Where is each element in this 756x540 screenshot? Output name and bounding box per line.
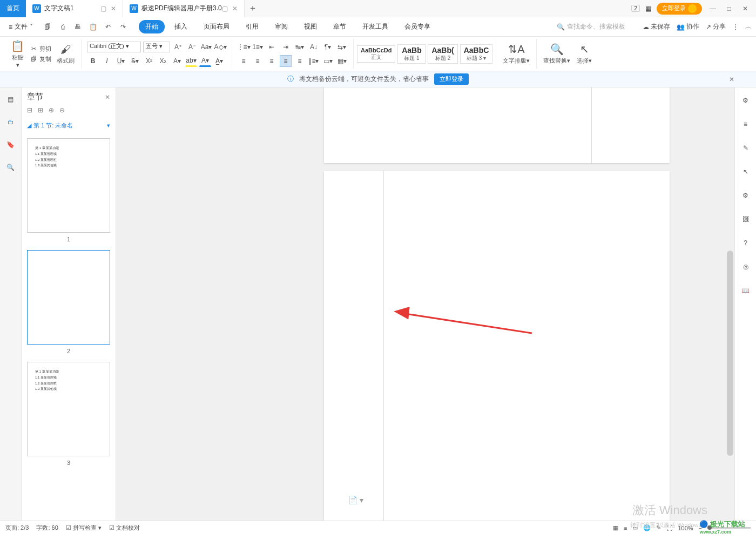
underline-icon[interactable]: U▾: [115, 55, 127, 67]
collapse-pane-icon[interactable]: ≡: [739, 118, 752, 131]
book-pane-icon[interactable]: 📖: [739, 284, 752, 297]
change-case-icon[interactable]: Aa▾: [200, 41, 212, 53]
section-heading[interactable]: ◢ 第 1 节: 未命名▾: [22, 118, 116, 133]
numbering-icon[interactable]: 1≡▾: [252, 41, 264, 53]
sort-icon[interactable]: A↓: [308, 41, 320, 53]
strike-icon[interactable]: S̶▾: [129, 55, 141, 67]
tab-add[interactable]: ＋: [245, 0, 261, 17]
borders-icon[interactable]: ▦▾: [336, 55, 348, 67]
font-name-select[interactable]: Calibri (正文) ▾: [87, 42, 141, 52]
clear-format-icon[interactable]: A◇▾: [214, 41, 226, 53]
scrollbar-thumb[interactable]: [727, 251, 733, 456]
chapters-icon[interactable]: 🗀: [4, 116, 17, 129]
tab-doc-0[interactable]: W 文字文稿1 ▢✕: [26, 0, 123, 17]
bullets-icon[interactable]: ⋮≡▾: [238, 41, 249, 53]
select-button[interactable]: ↖选择▾: [573, 42, 595, 66]
maximize-icon[interactable]: □: [724, 5, 734, 12]
tab-member[interactable]: 会员专享: [398, 20, 437, 33]
status-proof[interactable]: ☑ 文档校对: [109, 524, 140, 532]
view-page-icon[interactable]: ▦: [613, 524, 618, 531]
subscript-icon[interactable]: X₂: [157, 55, 169, 67]
help-pane-icon[interactable]: ?: [739, 237, 752, 249]
cursor-pane-icon[interactable]: ↖: [739, 165, 752, 178]
collapse-icon[interactable]: ︿: [745, 22, 752, 31]
copy-button[interactable]: 🗐复制: [28, 55, 53, 64]
align-left-icon[interactable]: ≡: [238, 55, 249, 67]
settings-pane-icon[interactable]: ⚙: [739, 189, 752, 202]
align-right-icon[interactable]: ≡: [266, 55, 278, 67]
text-layout-button[interactable]: ⇅A文字排版▾: [500, 42, 533, 66]
paste-button[interactable]: 📋粘贴 ▾: [8, 38, 28, 70]
show-marks-icon[interactable]: ¶▾: [322, 41, 334, 53]
tool-expand-icon[interactable]: ⊞: [38, 106, 43, 114]
shrink-font-icon[interactable]: A⁻: [186, 41, 198, 53]
tab-insert[interactable]: 插入: [168, 20, 194, 33]
font-size-select[interactable]: 五号 ▾: [143, 42, 170, 52]
thumb-3[interactable]: 第 1 章 某某功能 1.1 某某管理项 1.2 某某管理栏 1.3 某某其他项: [27, 362, 110, 456]
style-normal[interactable]: AaBbCcDd正文: [357, 45, 395, 63]
search-panel-icon[interactable]: 🔍: [4, 161, 17, 174]
login-button[interactable]: 立即登录: [657, 3, 702, 15]
text-effect-icon[interactable]: A▾: [171, 55, 183, 67]
status-page[interactable]: 页面: 2/3: [5, 524, 29, 532]
tab-ref[interactable]: 引用: [239, 20, 265, 33]
style-h2[interactable]: AaBb(标题 2: [428, 44, 457, 64]
panel-close-icon[interactable]: ✕: [105, 93, 110, 101]
align-center-icon[interactable]: ≡: [252, 55, 264, 67]
tool-add-icon[interactable]: ⊕: [49, 106, 54, 114]
search-input[interactable]: 🔍 查找命令、搜索模板: [557, 22, 625, 31]
preview-icon[interactable]: 📋: [88, 22, 98, 32]
highlight-icon[interactable]: ab▾: [185, 55, 197, 67]
tab-view[interactable]: 视图: [298, 20, 323, 33]
page-options-icon[interactable]: 📄 ▾: [348, 496, 363, 504]
status-words[interactable]: 字数: 60: [36, 524, 58, 532]
target-pane-icon[interactable]: ◎: [739, 260, 752, 273]
tab-dev[interactable]: 开发工具: [356, 20, 395, 33]
align-justify-icon[interactable]: ≡: [280, 55, 292, 67]
tab-close-icon[interactable]: ✕: [111, 5, 116, 12]
cut-button[interactable]: ✂剪切: [28, 44, 53, 53]
view-outline-icon[interactable]: ≡: [624, 525, 627, 531]
share-button[interactable]: ↗ 分享: [706, 22, 726, 31]
grow-font-icon[interactable]: A⁺: [172, 41, 184, 53]
tab-review[interactable]: 审阅: [268, 20, 294, 33]
indent-inc-icon[interactable]: ⇥: [280, 41, 292, 53]
tab-start[interactable]: 开始: [139, 20, 165, 33]
export-icon[interactable]: ⎙: [58, 22, 68, 32]
char-spacing-icon[interactable]: ↹▾: [294, 41, 306, 53]
shading-icon[interactable]: A̲▾: [213, 55, 225, 67]
style-h3[interactable]: AaBbC标题 3 ▾: [460, 44, 493, 64]
banner-login-button[interactable]: 立即登录: [434, 73, 469, 85]
superscript-icon[interactable]: X²: [143, 55, 155, 67]
redo-icon[interactable]: ↷: [118, 22, 128, 32]
style-h1[interactable]: AaBb标题 1: [397, 44, 426, 64]
bookmark-icon[interactable]: 🔖: [4, 138, 17, 151]
thumb-2[interactable]: [27, 250, 110, 345]
tool-collapse-icon[interactable]: ⊟: [27, 106, 32, 114]
save-icon[interactable]: 🗐: [43, 22, 52, 32]
indent-dec-icon[interactable]: ⇤: [266, 41, 278, 53]
para-shading-icon[interactable]: ▭▾: [322, 55, 334, 67]
edit-pane-icon[interactable]: ✎: [739, 141, 752, 154]
distribute-icon[interactable]: ≡: [294, 55, 306, 67]
thumb-1[interactable]: 第 1 章 某某功能 1.1 某某管理项 1.2 某某管理栏 1.3 某某其他项: [27, 138, 110, 233]
style-pane-icon[interactable]: ⚙: [739, 94, 752, 107]
find-replace-button[interactable]: 🔍查找替换▾: [540, 42, 573, 66]
line-spacing-icon[interactable]: ‖≡▾: [308, 55, 320, 67]
image-pane-icon[interactable]: 🖼: [739, 213, 752, 226]
scrollbar[interactable]: [727, 89, 733, 521]
more-icon[interactable]: ⋮: [732, 23, 739, 31]
collab-button[interactable]: 👥 协作: [677, 22, 699, 31]
close-icon[interactable]: ✕: [740, 5, 751, 12]
tab-home[interactable]: 首页: [0, 0, 26, 17]
font-color-icon[interactable]: A▾: [199, 55, 211, 67]
italic-icon[interactable]: I: [101, 55, 113, 67]
bold-icon[interactable]: B: [87, 55, 99, 67]
document-canvas[interactable]: 📄 ▾: [116, 87, 734, 521]
tab-chapter[interactable]: 章节: [327, 20, 353, 33]
undo-icon[interactable]: ↶: [103, 22, 113, 32]
tool-remove-icon[interactable]: ⊖: [59, 106, 65, 114]
banner-close-icon[interactable]: ✕: [729, 76, 734, 83]
status-spell[interactable]: ☑ 拼写检查 ▾: [66, 524, 102, 532]
file-menu[interactable]: ≡ 文件 ˅: [4, 22, 37, 31]
